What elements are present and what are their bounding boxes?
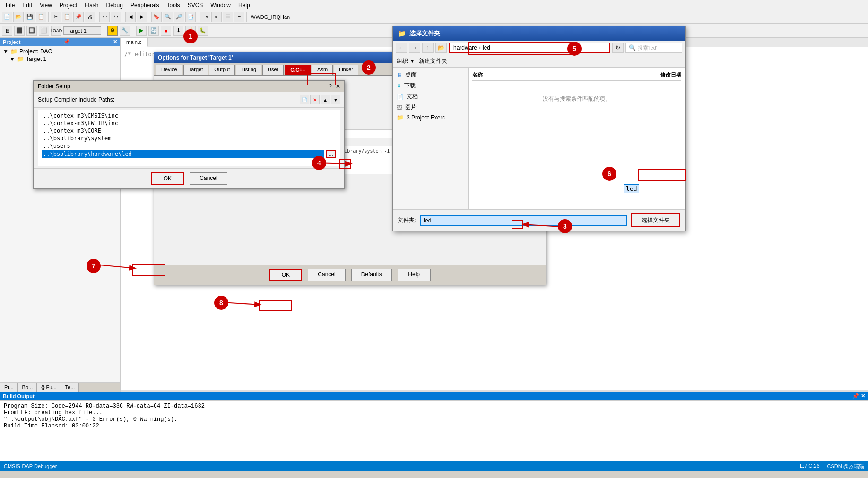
fc-forward-btn[interactable]: → xyxy=(409,43,420,53)
options-help-btn[interactable]: Help xyxy=(398,269,431,281)
flash-btn[interactable]: ⚡ xyxy=(185,26,196,36)
find2-btn[interactable]: 🔎 xyxy=(174,12,184,22)
tab-output[interactable]: Output xyxy=(209,65,235,75)
tab-cpp[interactable]: C/C++ xyxy=(285,65,311,75)
folder-cancel-btn[interactable]: Cancel xyxy=(190,172,227,185)
path-users[interactable]: ..\users xyxy=(42,142,336,150)
tab-target[interactable]: Target xyxy=(183,65,208,75)
options-ok-btn[interactable]: OK xyxy=(269,269,302,281)
tab-linker[interactable]: Linker xyxy=(334,65,358,75)
indent-btn[interactable]: ⇥ xyxy=(200,12,210,22)
sidebar-close[interactable]: ✕ xyxy=(113,39,117,45)
options-defaults-btn[interactable]: Defaults xyxy=(351,269,392,281)
copy-btn[interactable]: 📋 xyxy=(62,12,72,22)
fc-organize-btn[interactable]: 组织 ▼ xyxy=(397,57,415,65)
menu-svcs[interactable]: SVCS xyxy=(184,1,207,9)
menu-debug[interactable]: Debug xyxy=(103,1,127,9)
save-all-btn[interactable]: 📋 xyxy=(36,12,46,22)
menu-peripherals[interactable]: Peripherals xyxy=(127,1,163,9)
find3-btn[interactable]: 📑 xyxy=(185,12,196,22)
print-btn[interactable]: 🖨 xyxy=(85,12,95,22)
fc-item-documents[interactable]: 📄 文档 xyxy=(395,91,466,102)
folder-close-btn[interactable]: ✕ xyxy=(336,83,340,90)
fc-path-bar[interactable]: hardware › led xyxy=(449,43,610,53)
bookmark-btn[interactable]: 🔖 xyxy=(151,12,162,22)
fc-item-desktop[interactable]: 🖥 桌面 xyxy=(395,69,466,80)
menu-view[interactable]: View xyxy=(36,1,56,9)
build-btn[interactable]: ▶ xyxy=(136,26,147,36)
build-pin-btn[interactable]: 📌 xyxy=(852,393,859,399)
download-btn[interactable]: ⬇ xyxy=(173,26,183,36)
sidebar-pin[interactable]: 📌 xyxy=(63,39,70,45)
path-led[interactable]: ..\bsplibrary\hardware\led xyxy=(42,150,324,158)
menu-edit[interactable]: Edit xyxy=(18,1,36,9)
col-name: 名称 xyxy=(472,71,483,78)
fc-title: 📁 选择文件夹 xyxy=(393,26,685,41)
fc-new-folder-btn[interactable]: 新建文件夹 xyxy=(419,57,447,65)
fc-item-pictures[interactable]: 🖼 图片 xyxy=(395,102,466,113)
fc-back-btn[interactable]: ← xyxy=(396,43,407,53)
tab-books[interactable]: Bo... xyxy=(18,383,37,392)
unindent-btn[interactable]: ⇤ xyxy=(211,12,222,22)
path-core[interactable]: ..\cortex-m3\CORE xyxy=(42,127,336,135)
new-file-btn[interactable]: 📄 xyxy=(2,12,12,22)
tab-device[interactable]: Device xyxy=(156,65,182,75)
stop-btn[interactable]: ■ xyxy=(161,26,171,36)
fc-item-download[interactable]: ⬇ 下载 xyxy=(395,80,466,91)
wizard-btn[interactable]: 🔧 xyxy=(120,26,130,36)
tree-project[interactable]: ▼ 📁 Project: DAC xyxy=(2,48,118,55)
debug-btn[interactable]: 🐛 xyxy=(198,26,208,36)
fc-up-btn[interactable]: ↑ xyxy=(422,43,434,53)
tab-project[interactable]: Pr... xyxy=(0,383,18,392)
undo-btn[interactable]: ↩ xyxy=(99,12,110,22)
paste-btn[interactable]: 📌 xyxy=(73,12,84,22)
load-btn[interactable]: LOAD xyxy=(51,26,61,36)
options-cancel-btn[interactable]: Cancel xyxy=(308,269,345,281)
tab-user[interactable]: User xyxy=(262,65,284,75)
path-fwlib[interactable]: ..\cortex-m3\FWLIB\inc xyxy=(42,120,336,127)
folder-add-btn[interactable]: 📄 xyxy=(300,95,309,104)
menu-project[interactable]: Project xyxy=(56,1,81,9)
editor-tab-main[interactable]: main.c xyxy=(121,38,148,47)
fc-folder-input[interactable] xyxy=(420,215,627,226)
find-btn[interactable]: 🔍 xyxy=(163,12,173,22)
chip-btn[interactable]: ⬛ xyxy=(14,26,25,36)
menu-tools[interactable]: Tools xyxy=(163,1,184,9)
fc-item-project[interactable]: 📁 3 Project Exerc xyxy=(395,113,466,122)
fc-nav-folder-btn[interactable]: 📂 xyxy=(435,43,447,53)
menu-flash[interactable]: Flash xyxy=(81,1,102,9)
menu-file[interactable]: File xyxy=(2,1,18,9)
nav-fwd-btn[interactable]: ▶ xyxy=(137,12,147,22)
chip3-btn[interactable]: ⬜ xyxy=(39,26,49,36)
folder-up-btn[interactable]: ▲ xyxy=(321,95,330,104)
format2-btn[interactable]: ≡ xyxy=(234,12,244,22)
menu-window[interactable]: Window xyxy=(207,1,234,9)
fc-search-box[interactable]: 🔍 搜索'led' xyxy=(625,43,682,53)
chip2-btn[interactable]: 🔲 xyxy=(26,26,37,36)
fc-select-folder-btn[interactable]: 选择文件夹 xyxy=(631,213,680,227)
tab-asm[interactable]: Asm xyxy=(312,65,333,75)
folder-delete-btn[interactable]: ✕ xyxy=(310,95,320,104)
path-system[interactable]: ..\bsplibrary\system xyxy=(42,135,336,142)
tree-target[interactable]: ▼ 📁 Target 1 xyxy=(2,55,118,63)
tab-functions[interactable]: {} Fu... xyxy=(37,383,61,392)
folder-ok-btn[interactable]: OK xyxy=(151,172,184,185)
rebuild-btn[interactable]: 🔄 xyxy=(148,26,159,36)
fc-refresh-btn[interactable]: ↻ xyxy=(612,43,624,53)
target-selector[interactable]: Target 1 xyxy=(63,26,101,35)
cpu-btn[interactable]: 🖥 xyxy=(2,26,12,36)
cut-btn[interactable]: ✂ xyxy=(51,12,61,22)
menu-help[interactable]: Help xyxy=(234,1,254,9)
path-cmsis[interactable]: ..\cortex-m3\CMSIS\inc xyxy=(42,112,336,120)
folder-down-btn[interactable]: ▼ xyxy=(331,95,340,104)
redo-btn[interactable]: ↪ xyxy=(111,12,121,22)
open-btn[interactable]: 📂 xyxy=(13,12,24,22)
build-close-btn[interactable]: ✕ xyxy=(861,393,865,399)
tab-listing[interactable]: Listing xyxy=(236,65,261,75)
format-btn[interactable]: ☰ xyxy=(223,12,233,22)
browse-folder-btn[interactable]: … xyxy=(326,150,336,158)
save-btn[interactable]: 💾 xyxy=(25,12,35,22)
tab-templates[interactable]: Te... xyxy=(61,383,79,392)
nav-back-btn[interactable]: ◀ xyxy=(125,12,136,22)
options-target-btn[interactable]: ⚙ xyxy=(107,26,118,36)
